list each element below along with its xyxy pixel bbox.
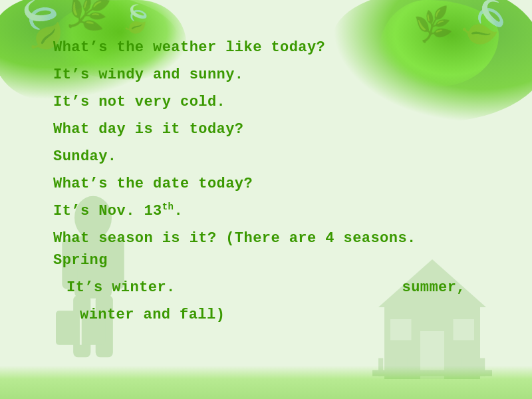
text-weather-question: What’s the weather like today? — [53, 39, 325, 56]
text-windy-sunny: It’s windy and sunny. — [53, 66, 244, 83]
line-what-day: What day is it today? — [53, 118, 479, 140]
svg-rect-15 — [390, 358, 395, 376]
text-what-date: What’s the date today? — [53, 176, 253, 192]
line-weather-question: What’s the weather like today? — [53, 37, 479, 59]
text-not-cold: It’s not very cold. — [53, 94, 225, 110]
line-winter-fall: winter and fall) — [53, 304, 479, 326]
line-sunday: Sunday. — [53, 146, 479, 168]
superscript-th: th — [162, 201, 174, 212]
line-its-winter: It’s winter. summer, — [53, 277, 479, 299]
line-nov-13: It’s Nov. 13th. — [53, 200, 479, 222]
text-sunday: Sunday. — [53, 148, 117, 165]
svg-rect-14 — [378, 358, 383, 376]
text-what-day: What day is it today? — [53, 121, 244, 138]
text-nov-13: It’s Nov. 13 — [53, 203, 162, 219]
svg-rect-17 — [456, 358, 461, 376]
text-what-season: What season is it? (There are 4 seasons.… — [53, 230, 416, 269]
text-nov-period: . — [174, 203, 183, 219]
text-summer: summer, — [402, 277, 466, 299]
svg-rect-16 — [402, 358, 407, 376]
line-what-season: What season is it? (There are 4 seasons.… — [53, 227, 479, 271]
line-what-date: What’s the date today? — [53, 173, 479, 195]
text-its-winter: It’s winter. — [66, 277, 176, 299]
text-winter-fall: winter and fall) — [80, 307, 225, 323]
line-windy-sunny: It’s windy and sunny. — [53, 64, 479, 86]
line-not-cold: It’s not very cold. — [53, 91, 479, 113]
svg-rect-18 — [468, 358, 473, 376]
main-content: What’s the weather like today? It’s wind… — [0, 0, 532, 344]
svg-rect-19 — [480, 358, 485, 376]
